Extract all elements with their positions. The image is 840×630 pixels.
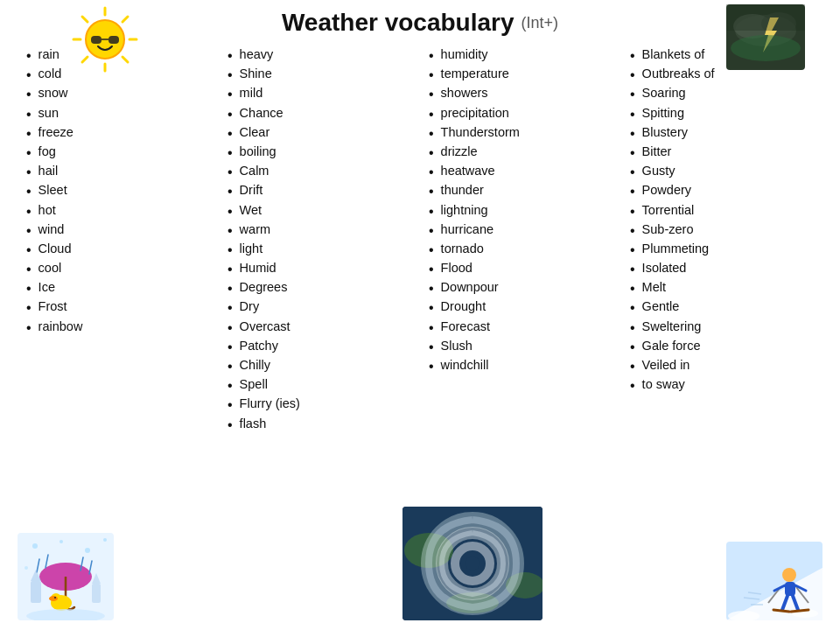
list-item: sun [26,106,210,122]
list-item: Chance [228,106,411,122]
list-item: precipitation [429,106,612,122]
list-item: Torrential [630,203,814,220]
column-4: Blankets of Outbreaks of Soaring Spittin… [621,47,822,436]
svg-point-24 [24,566,28,570]
bottom-left-image [18,533,114,623]
list-item: Drought [429,299,612,316]
svg-line-59 [791,610,808,612]
list-item: temperature [429,66,612,83]
list-item: snow [26,86,210,102]
svg-line-9 [122,57,128,62]
list-item: Cloud [26,242,210,258]
list-item: mild [228,86,411,102]
list-item: hail [26,164,210,180]
svg-point-29 [49,596,58,601]
list-item: fog [26,144,210,161]
list-item: hot [26,203,210,220]
list-item: Melt [630,280,814,297]
list-item: Overcast [228,319,411,336]
list-item: cool [26,261,210,277]
list-item: Blustery [630,125,814,142]
page-title: Weather vocabulary [282,9,514,37]
list-item: Patchy [228,339,411,355]
word-list-4: Blankets of Outbreaks of Soaring Spittin… [630,47,814,394]
list-item: freeze [26,125,210,142]
list-item: Humid [228,261,411,277]
list-item: Sub-zero [630,222,814,239]
svg-rect-18 [726,4,805,31]
list-item: Gentle [630,299,814,316]
svg-point-22 [85,548,90,553]
list-item: Sweltering [630,319,814,336]
svg-line-8 [82,17,88,22]
list-item: Frost [26,299,210,316]
list-item: heavy [228,47,411,64]
list-item: Sleet [26,183,210,200]
svg-point-21 [60,540,63,543]
list-item: Wet [228,203,411,220]
list-item: Slush [429,339,612,355]
list-item: Spell [228,377,411,394]
column-1: rain cold snow sun freeze fog hail Sleet… [18,47,219,436]
storm-image [726,4,805,70]
list-item: Degrees [228,280,411,297]
list-item: windchill [429,358,612,374]
list-item: humidity [429,47,612,64]
svg-point-54 [782,568,796,582]
list-item: heatwave [429,164,612,180]
svg-line-10 [122,17,128,22]
list-item: Flood [429,261,612,277]
svg-rect-1 [91,36,102,44]
list-item: Clear [228,125,411,142]
list-item: thunder [429,183,612,200]
list-item: warm [228,222,411,239]
list-item: drizzle [429,144,612,161]
svg-point-17 [731,35,801,61]
word-list-1: rain cold snow sun freeze fog hail Sleet… [26,47,210,336]
svg-point-30 [54,597,56,598]
svg-point-20 [32,543,38,549]
list-item: Gusty [630,164,814,180]
svg-line-11 [82,57,88,62]
svg-rect-38 [92,584,101,603]
list-item: Chilly [228,358,411,374]
list-item: Thunderstorm [429,125,612,142]
list-item: Powdery [630,183,814,200]
list-item: showers [429,86,612,102]
list-item: Shine [228,66,411,83]
word-columns: rain cold snow sun freeze fog hail Sleet… [18,47,822,436]
list-item: Spitting [630,106,814,122]
column-3: humidity temperature showers precipitati… [420,47,621,436]
list-item: Drift [228,183,411,200]
svg-point-23 [103,538,107,542]
list-item: Calm [228,164,411,180]
header: Weather vocabulary (Int+) [18,9,822,37]
list-item: light [228,242,411,258]
word-list-2: heavy Shine mild Chance Clear boiling Ca… [228,47,411,433]
list-item: Dry [228,299,411,316]
svg-point-48 [466,556,480,570]
list-item: boiling [228,144,411,161]
list-item: Downpour [429,280,612,297]
list-item: Plummeting [630,242,814,258]
list-item: Flurry (ies) [228,396,411,413]
svg-rect-36 [31,581,41,603]
column-2: heavy Shine mild Chance Clear boiling Ca… [219,47,420,436]
svg-rect-2 [108,36,119,44]
page: Weather vocabulary (Int+) ra [0,0,840,630]
list-item: Gale force [630,339,814,355]
sun-icon [70,4,140,74]
list-item: Veiled in [630,358,814,374]
list-item: flash [228,416,411,433]
word-list-3: humidity temperature showers precipitati… [429,47,612,374]
bottom-right-image [726,542,822,623]
list-item: hurricane [429,222,612,239]
list-item: rainbow [26,319,210,336]
list-item: Forecast [429,319,612,336]
list-item: tornado [429,242,612,258]
list-item: lightning [429,203,612,220]
svg-rect-55 [785,582,795,596]
list-item: Bitter [630,144,814,161]
svg-line-58 [774,610,789,612]
bottom-center-image [402,507,542,623]
